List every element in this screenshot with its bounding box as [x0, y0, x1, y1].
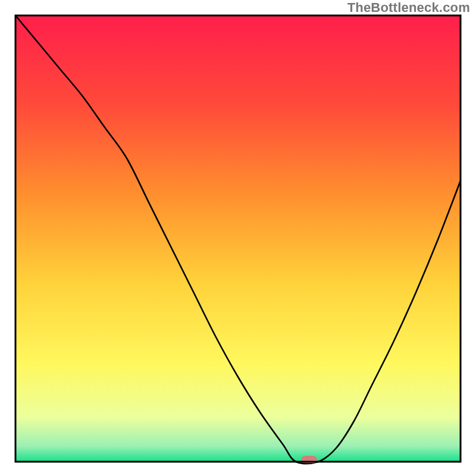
- plot-background: [15, 15, 461, 462]
- bottleneck-chart: [0, 0, 476, 476]
- watermark-text: TheBottleneck.com: [347, 0, 470, 15]
